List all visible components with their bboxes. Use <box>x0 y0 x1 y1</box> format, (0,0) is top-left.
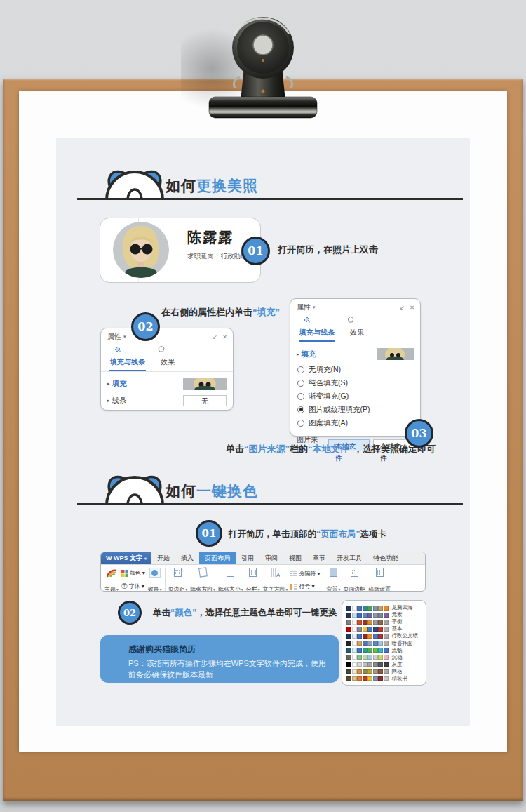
theme-color-swatch[interactable] <box>378 606 383 611</box>
theme-row[interactable]: 暗香扑面 <box>346 639 422 646</box>
theme-row[interactable]: 元素 <box>346 611 422 618</box>
panel-close-icon[interactable]: ✕ <box>222 333 227 340</box>
theme-color-swatch[interactable] <box>378 676 383 681</box>
theme-color-swatch[interactable] <box>346 655 351 660</box>
theme-color-swatch[interactable] <box>367 627 372 632</box>
expand-bullet-icon[interactable]: ▸ <box>107 381 110 387</box>
theme-color-swatch[interactable] <box>384 676 389 681</box>
theme-color-swatch[interactable] <box>352 669 357 674</box>
theme-color-swatch[interactable] <box>384 627 389 632</box>
theme-color-swatch[interactable] <box>363 662 367 667</box>
theme-color-swatch[interactable] <box>357 662 362 667</box>
theme-row[interactable]: 平衡 <box>346 618 422 625</box>
tab-fill-and-line[interactable]: 填充与线条 <box>299 326 335 342</box>
theme-color-swatch[interactable] <box>384 641 389 646</box>
expand-bullet-icon[interactable]: ▸ <box>297 352 299 357</box>
theme-color-swatch[interactable] <box>384 669 389 674</box>
theme-color-swatch[interactable] <box>363 641 367 646</box>
theme-color-swatch[interactable] <box>363 620 367 625</box>
panel-title-caret-icon[interactable]: ▾ <box>313 305 316 310</box>
theme-color-swatch[interactable] <box>357 669 362 674</box>
breaks-button[interactable]: 分隔符▾ <box>290 570 320 578</box>
theme-color-swatch[interactable] <box>378 627 383 632</box>
theme-color-swatch[interactable] <box>346 620 351 625</box>
theme-color-swatch[interactable] <box>378 662 383 667</box>
theme-row[interactable]: 流畅 <box>346 647 422 654</box>
theme-color-swatch[interactable] <box>363 669 367 674</box>
radio-icon[interactable] <box>297 380 304 387</box>
theme-color-swatch[interactable] <box>367 620 372 625</box>
fill-option-gradient[interactable]: 渐变填充(G) <box>290 390 420 403</box>
ribbon-tab-references[interactable]: 引用 <box>236 552 259 564</box>
theme-row[interactable]: 基本 <box>346 625 422 632</box>
tab-effects[interactable]: 效果 <box>349 326 365 342</box>
color-button[interactable]: 颜色▾ <box>121 569 145 577</box>
theme-color-swatch[interactable] <box>363 627 367 632</box>
radio-icon[interactable] <box>297 420 304 427</box>
ribbon-tab-section[interactable]: 章节 <box>307 552 331 564</box>
theme-color-swatch[interactable] <box>363 676 367 681</box>
ribbon-tab-special-features[interactable]: 特色功能 <box>367 552 404 564</box>
background-button[interactable]: 背景▾ <box>325 566 342 592</box>
theme-row[interactable]: 网格 <box>346 668 422 675</box>
fill-option-none[interactable]: 无填充(N) <box>290 363 420 376</box>
fill-label[interactable]: 填充 <box>112 379 127 389</box>
theme-row[interactable]: 灰度 <box>346 661 422 668</box>
theme-color-swatch[interactable] <box>373 641 378 646</box>
theme-color-swatch[interactable] <box>352 606 357 611</box>
resume-photo[interactable] <box>113 222 169 278</box>
theme-color-swatch[interactable] <box>352 655 357 660</box>
theme-color-swatch[interactable] <box>378 669 383 674</box>
theme-color-swatch[interactable] <box>373 669 378 674</box>
columns-button[interactable]: 分栏▾ <box>245 566 262 592</box>
theme-color-swatch[interactable] <box>378 634 383 639</box>
theme-color-swatch[interactable] <box>373 606 378 611</box>
line-numbers-button[interactable]: 行号▾ <box>290 583 320 590</box>
theme-color-swatch[interactable] <box>352 620 357 625</box>
theme-color-swatch[interactable] <box>346 676 351 681</box>
theme-color-swatch[interactable] <box>384 613 389 618</box>
fill-bucket-icon[interactable] <box>114 345 121 353</box>
theme-color-swatch[interactable] <box>346 648 351 653</box>
theme-color-swatch[interactable] <box>367 613 372 618</box>
ribbon-tab-dev-tools[interactable]: 开发工具 <box>331 552 367 564</box>
radio-icon[interactable] <box>297 393 304 400</box>
theme-color-swatch[interactable] <box>384 662 389 667</box>
theme-color-swatch[interactable] <box>346 669 351 674</box>
theme-color-swatch[interactable] <box>346 662 351 667</box>
panel-restore-icon[interactable]: ↙ <box>213 333 217 340</box>
theme-color-swatch[interactable] <box>363 613 367 618</box>
theme-color-swatch[interactable] <box>346 627 351 632</box>
theme-color-swatch[interactable] <box>373 648 378 653</box>
theme-color-swatch[interactable] <box>352 634 357 639</box>
theme-color-swatch[interactable] <box>346 634 351 639</box>
theme-color-swatch[interactable] <box>346 613 351 618</box>
theme-color-swatch[interactable] <box>373 655 378 660</box>
theme-color-swatch[interactable] <box>378 655 383 660</box>
theme-color-swatch[interactable] <box>352 627 357 632</box>
theme-color-swatch[interactable] <box>367 676 372 681</box>
theme-color-swatch[interactable] <box>363 655 367 660</box>
tab-effects[interactable]: 效果 <box>160 355 175 371</box>
theme-color-swatch[interactable] <box>346 606 351 611</box>
theme-color-swatch[interactable] <box>352 662 357 667</box>
theme-color-swatch[interactable] <box>384 606 389 611</box>
theme-color-swatch[interactable] <box>378 613 383 618</box>
fill-option-solid[interactable]: 纯色填充(S) <box>290 376 420 390</box>
ribbon-tab-insert[interactable]: 插入 <box>175 552 199 564</box>
theme-color-swatch[interactable] <box>373 627 378 632</box>
margins-button[interactable]: 页边距▾ <box>167 566 189 592</box>
theme-color-swatch[interactable] <box>378 648 383 653</box>
theme-color-swatch[interactable] <box>384 620 389 625</box>
line-none-button[interactable]: 无 <box>183 395 227 406</box>
theme-button[interactable]: 主题▾ <box>103 566 120 592</box>
paper-size-button[interactable]: 纸张大小▾ <box>217 566 245 592</box>
theme-color-swatch[interactable] <box>373 613 378 618</box>
theme-color-swatch[interactable] <box>357 641 362 646</box>
text-direction-button[interactable]: A 文字方向▾ <box>262 566 290 592</box>
effects-button[interactable]: 效果▾ <box>147 566 163 592</box>
theme-color-swatch[interactable] <box>378 641 383 646</box>
theme-color-swatch[interactable] <box>363 606 367 611</box>
theme-row[interactable]: 行政公文纸 <box>346 632 422 639</box>
theme-row[interactable]: 精装书 <box>346 675 422 682</box>
